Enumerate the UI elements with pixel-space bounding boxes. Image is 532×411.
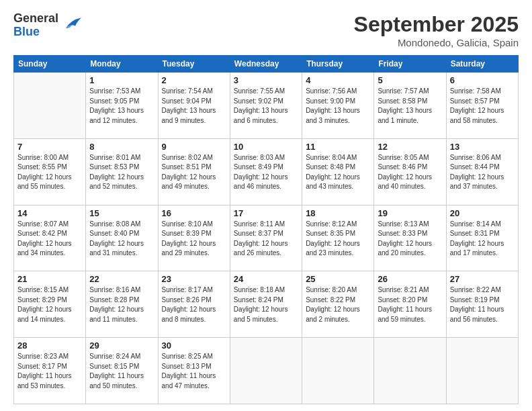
day-info: Sunrise: 8:06 AM Sunset: 8:44 PM Dayligh… [450, 153, 515, 192]
day-cell: 23Sunrise: 8:17 AM Sunset: 8:26 PM Dayli… [158, 271, 230, 338]
day-cell: 26Sunrise: 8:21 AM Sunset: 8:20 PM Dayli… [374, 271, 446, 338]
day-cell: 8Sunrise: 8:01 AM Sunset: 8:53 PM Daylig… [86, 138, 158, 205]
header-cell-friday: Friday [374, 56, 446, 73]
header: General Blue September 2025 Mondonedo, G… [13, 12, 519, 48]
day-info: Sunrise: 8:02 AM Sunset: 8:51 PM Dayligh… [162, 153, 226, 192]
day-cell: 1Sunrise: 7:53 AM Sunset: 9:05 PM Daylig… [86, 73, 158, 139]
day-info: Sunrise: 8:24 AM Sunset: 8:15 PM Dayligh… [89, 352, 154, 391]
day-cell [14, 73, 86, 139]
day-info: Sunrise: 8:23 AM Sunset: 8:17 PM Dayligh… [17, 352, 82, 391]
day-cell: 5Sunrise: 7:57 AM Sunset: 8:58 PM Daylig… [374, 73, 446, 139]
day-cell [446, 338, 518, 404]
day-cell: 4Sunrise: 7:56 AM Sunset: 9:00 PM Daylig… [302, 73, 374, 139]
day-info: Sunrise: 8:17 AM Sunset: 8:26 PM Dayligh… [162, 285, 226, 324]
day-cell: 14Sunrise: 8:07 AM Sunset: 8:42 PM Dayli… [14, 205, 86, 271]
day-cell: 18Sunrise: 8:12 AM Sunset: 8:35 PM Dayli… [302, 205, 374, 271]
day-number: 4 [306, 75, 370, 85]
day-info: Sunrise: 7:54 AM Sunset: 9:04 PM Dayligh… [162, 87, 226, 126]
logo: General Blue [13, 12, 81, 39]
day-cell: 30Sunrise: 8:25 AM Sunset: 8:13 PM Dayli… [158, 338, 230, 404]
day-number: 13 [450, 142, 515, 152]
day-info: Sunrise: 8:21 AM Sunset: 8:20 PM Dayligh… [378, 285, 442, 324]
day-cell [230, 338, 302, 404]
week-row-4: 28Sunrise: 8:23 AM Sunset: 8:17 PM Dayli… [14, 338, 519, 404]
day-number: 9 [162, 142, 226, 152]
calendar-table: SundayMondayTuesdayWednesdayThursdayFrid… [13, 55, 519, 404]
day-info: Sunrise: 8:22 AM Sunset: 8:19 PM Dayligh… [450, 285, 515, 324]
day-cell: 22Sunrise: 8:16 AM Sunset: 8:28 PM Dayli… [86, 271, 158, 338]
day-cell: 17Sunrise: 8:11 AM Sunset: 8:37 PM Dayli… [230, 205, 302, 271]
day-cell: 15Sunrise: 8:08 AM Sunset: 8:40 PM Dayli… [86, 205, 158, 271]
day-info: Sunrise: 7:56 AM Sunset: 9:00 PM Dayligh… [306, 87, 370, 126]
day-number: 19 [378, 208, 442, 218]
day-number: 17 [234, 208, 298, 218]
week-row-0: 1Sunrise: 7:53 AM Sunset: 9:05 PM Daylig… [14, 73, 519, 139]
month-title: September 2025 [354, 12, 519, 37]
day-info: Sunrise: 7:58 AM Sunset: 8:57 PM Dayligh… [450, 87, 515, 126]
day-info: Sunrise: 8:13 AM Sunset: 8:33 PM Dayligh… [378, 220, 442, 259]
day-info: Sunrise: 8:18 AM Sunset: 8:24 PM Dayligh… [234, 285, 298, 324]
day-number: 2 [162, 75, 226, 85]
day-cell: 7Sunrise: 8:00 AM Sunset: 8:55 PM Daylig… [14, 138, 86, 205]
header-cell-sunday: Sunday [14, 56, 86, 73]
day-info: Sunrise: 7:55 AM Sunset: 9:02 PM Dayligh… [234, 87, 298, 126]
day-number: 27 [450, 274, 515, 284]
day-number: 23 [162, 274, 226, 284]
logo-general: General [13, 12, 58, 26]
day-info: Sunrise: 8:25 AM Sunset: 8:13 PM Dayligh… [162, 352, 226, 391]
day-cell: 16Sunrise: 8:10 AM Sunset: 8:39 PM Dayli… [158, 205, 230, 271]
day-info: Sunrise: 8:11 AM Sunset: 8:37 PM Dayligh… [234, 220, 298, 259]
day-number: 3 [234, 75, 298, 85]
day-info: Sunrise: 8:04 AM Sunset: 8:48 PM Dayligh… [306, 153, 370, 192]
day-number: 14 [17, 208, 82, 218]
logo-bird-icon [60, 15, 81, 34]
header-row: SundayMondayTuesdayWednesdayThursdayFrid… [14, 56, 519, 73]
week-row-2: 14Sunrise: 8:07 AM Sunset: 8:42 PM Dayli… [14, 205, 519, 271]
day-number: 22 [89, 274, 154, 284]
day-number: 30 [162, 340, 226, 351]
header-cell-saturday: Saturday [446, 56, 518, 73]
location: Mondonedo, Galicia, Spain [354, 37, 519, 48]
day-number: 28 [17, 340, 82, 351]
header-cell-wednesday: Wednesday [230, 56, 302, 73]
day-info: Sunrise: 8:15 AM Sunset: 8:29 PM Dayligh… [17, 285, 82, 324]
day-info: Sunrise: 8:07 AM Sunset: 8:42 PM Dayligh… [17, 220, 82, 259]
header-cell-thursday: Thursday [302, 56, 374, 73]
day-cell: 28Sunrise: 8:23 AM Sunset: 8:17 PM Dayli… [14, 338, 86, 404]
header-cell-tuesday: Tuesday [158, 56, 230, 73]
day-info: Sunrise: 8:16 AM Sunset: 8:28 PM Dayligh… [89, 285, 154, 324]
day-cell: 13Sunrise: 8:06 AM Sunset: 8:44 PM Dayli… [446, 138, 518, 205]
day-cell: 6Sunrise: 7:58 AM Sunset: 8:57 PM Daylig… [446, 73, 518, 139]
logo-text: General Blue [13, 12, 58, 39]
day-number: 6 [450, 75, 515, 85]
day-info: Sunrise: 7:57 AM Sunset: 8:58 PM Dayligh… [378, 87, 442, 126]
day-number: 18 [306, 208, 370, 218]
day-number: 5 [378, 75, 442, 85]
day-cell: 10Sunrise: 8:03 AM Sunset: 8:49 PM Dayli… [230, 138, 302, 205]
day-cell: 19Sunrise: 8:13 AM Sunset: 8:33 PM Dayli… [374, 205, 446, 271]
header-cell-monday: Monday [86, 56, 158, 73]
day-number: 16 [162, 208, 226, 218]
day-cell: 21Sunrise: 8:15 AM Sunset: 8:29 PM Dayli… [14, 271, 86, 338]
day-number: 8 [89, 142, 154, 152]
day-info: Sunrise: 8:12 AM Sunset: 8:35 PM Dayligh… [306, 220, 370, 259]
day-info: Sunrise: 8:00 AM Sunset: 8:55 PM Dayligh… [17, 153, 82, 192]
day-info: Sunrise: 8:10 AM Sunset: 8:39 PM Dayligh… [162, 220, 226, 259]
day-cell: 3Sunrise: 7:55 AM Sunset: 9:02 PM Daylig… [230, 73, 302, 139]
day-number: 20 [450, 208, 515, 218]
day-info: Sunrise: 8:08 AM Sunset: 8:40 PM Dayligh… [89, 220, 154, 259]
day-number: 1 [89, 75, 154, 85]
day-number: 25 [306, 274, 370, 284]
day-cell: 20Sunrise: 8:14 AM Sunset: 8:31 PM Dayli… [446, 205, 518, 271]
day-cell: 9Sunrise: 8:02 AM Sunset: 8:51 PM Daylig… [158, 138, 230, 205]
day-info: Sunrise: 8:03 AM Sunset: 8:49 PM Dayligh… [234, 153, 298, 192]
day-number: 7 [17, 142, 82, 152]
day-cell: 24Sunrise: 8:18 AM Sunset: 8:24 PM Dayli… [230, 271, 302, 338]
day-number: 10 [234, 142, 298, 152]
day-number: 26 [378, 274, 442, 284]
page: General Blue September 2025 Mondonedo, G… [0, 0, 532, 411]
logo-blue: Blue [13, 26, 58, 39]
day-info: Sunrise: 8:14 AM Sunset: 8:31 PM Dayligh… [450, 220, 515, 259]
week-row-1: 7Sunrise: 8:00 AM Sunset: 8:55 PM Daylig… [14, 138, 519, 205]
day-cell [302, 338, 374, 404]
